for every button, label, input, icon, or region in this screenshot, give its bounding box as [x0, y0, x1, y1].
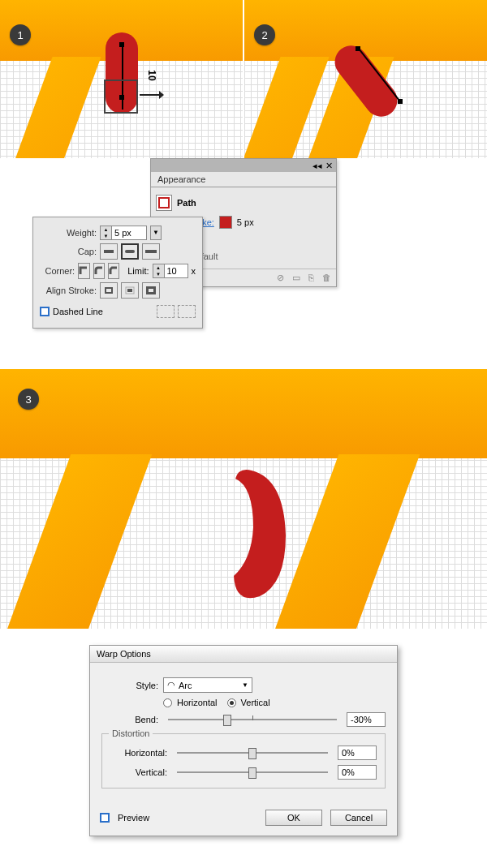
svg-rect-9: [149, 289, 153, 292]
object-swatch[interactable]: [156, 195, 172, 211]
style-select[interactable]: ◠ Arc ▼: [163, 677, 252, 693]
path-label: Path: [177, 198, 196, 208]
corner-miter-icon[interactable]: [78, 263, 89, 279]
dashed-line-checkbox[interactable]: [40, 307, 50, 316]
arrow-right-icon: [140, 89, 164, 101]
weight-label: Weight:: [40, 228, 97, 238]
align-stroke-label: Align Stroke:: [40, 286, 97, 295]
step-1-canvas: 10 1 思缘设计论坛 WWW.MISSYUAN.COM: [0, 0, 243, 158]
svg-rect-5: [106, 288, 112, 293]
svg-rect-4: [145, 250, 157, 253]
duplicate-icon[interactable]: ⎘: [308, 273, 314, 283]
size-annotation: 10: [146, 70, 157, 80]
align-outside-icon[interactable]: [142, 282, 160, 299]
no-icon[interactable]: ⊘: [277, 273, 284, 283]
cap-square-icon[interactable]: [142, 243, 160, 260]
ok-button[interactable]: OK: [265, 810, 322, 826]
weight-dropdown[interactable]: ▼: [150, 226, 162, 240]
weight-stepper[interactable]: ▲▼: [100, 226, 147, 240]
vertical-label: Vertical: [241, 698, 270, 707]
cancel-button[interactable]: Cancel: [330, 810, 387, 826]
align-inside-icon[interactable]: [121, 282, 139, 299]
step-badge-2: 2: [254, 24, 275, 45]
trash-icon[interactable]: 🗑: [322, 273, 331, 283]
step-badge-3: 3: [18, 389, 39, 410]
limit-stepper[interactable]: ▲▼: [153, 264, 188, 278]
stroke-size: 5 px: [237, 217, 254, 227]
preview-label: Preview: [118, 813, 149, 823]
dash-preserve-icon[interactable]: [157, 305, 175, 318]
step-badge-1: 1: [10, 24, 31, 45]
align-center-icon[interactable]: [100, 282, 118, 299]
horizontal-label: Horizontal: [177, 698, 218, 707]
style-value: Arc: [179, 681, 192, 690]
corner-bevel-icon[interactable]: [108, 263, 119, 279]
cap-butt-icon[interactable]: [100, 243, 118, 260]
appearance-tab[interactable]: Appearance: [151, 172, 336, 187]
close-icon[interactable]: ✕: [325, 161, 333, 171]
preview-checkbox[interactable]: [100, 813, 110, 823]
warp-options-dialog[interactable]: Warp Options Style: ◠ Arc ▼ Horizontal V…: [89, 645, 398, 836]
svg-rect-2: [104, 250, 114, 253]
limit-label: Limit:: [127, 266, 149, 276]
stroke-color-swatch[interactable]: [219, 216, 232, 229]
step-2-canvas: 2: [244, 0, 487, 158]
distortion-group: Distortion Horizontal: 0% Vertical: 0: [101, 733, 386, 789]
red-warped-shape: [219, 462, 308, 608]
dashed-line-label: Dashed Line: [53, 307, 103, 316]
collapse-icon[interactable]: ◂◂: [312, 161, 322, 171]
vertical-radio[interactable]: [227, 698, 236, 707]
svg-rect-7: [127, 289, 132, 292]
warp-dialog-area: Warp Options Style: ◠ Arc ▼ Horizontal V…: [0, 629, 487, 861]
cap-round-icon[interactable]: [121, 243, 139, 260]
panel-header[interactable]: ◂◂ ✕: [151, 159, 336, 172]
limit-input[interactable]: [165, 264, 187, 277]
corner-label: Corner:: [40, 266, 75, 276]
dist-h-slider[interactable]: [177, 746, 328, 759]
dash-align-icon[interactable]: [178, 305, 196, 318]
step-3-canvas: 3: [0, 369, 487, 629]
corner-round-icon[interactable]: [93, 263, 105, 279]
svg-rect-3: [125, 250, 135, 253]
dist-h-label: Horizontal:: [110, 748, 167, 758]
arc-icon: ◠: [167, 680, 175, 690]
dist-v-slider[interactable]: [177, 766, 328, 779]
distortion-legend: Distortion: [109, 728, 153, 738]
panels-area: ◂◂ ✕ Appearance Path ◉ ▶ Stroke: 5 px ty…: [0, 158, 487, 369]
dist-v-value[interactable]: 0%: [338, 765, 377, 780]
dialog-title: Warp Options: [90, 646, 397, 663]
style-label: Style:: [101, 681, 158, 690]
dist-v-label: Vertical:: [110, 767, 167, 777]
weight-input[interactable]: [112, 226, 146, 239]
bend-label: Bend:: [101, 715, 158, 724]
new-fx-icon[interactable]: ▭: [292, 273, 300, 283]
limit-unit: x: [192, 266, 196, 276]
bend-value[interactable]: -30%: [347, 712, 386, 727]
dist-h-value[interactable]: 0%: [338, 746, 377, 760]
bend-slider[interactable]: [168, 713, 337, 726]
horizontal-radio[interactable]: [163, 698, 172, 707]
cap-label: Cap:: [40, 247, 97, 256]
svg-marker-1: [159, 91, 164, 99]
tutorial-row-1: 10 1 思缘设计论坛 WWW.MISSYUAN.COM 2: [0, 0, 487, 158]
stroke-panel[interactable]: Weight: ▲▼ ▼ Cap: Corner: Limit: ▲▼ x: [32, 217, 203, 329]
